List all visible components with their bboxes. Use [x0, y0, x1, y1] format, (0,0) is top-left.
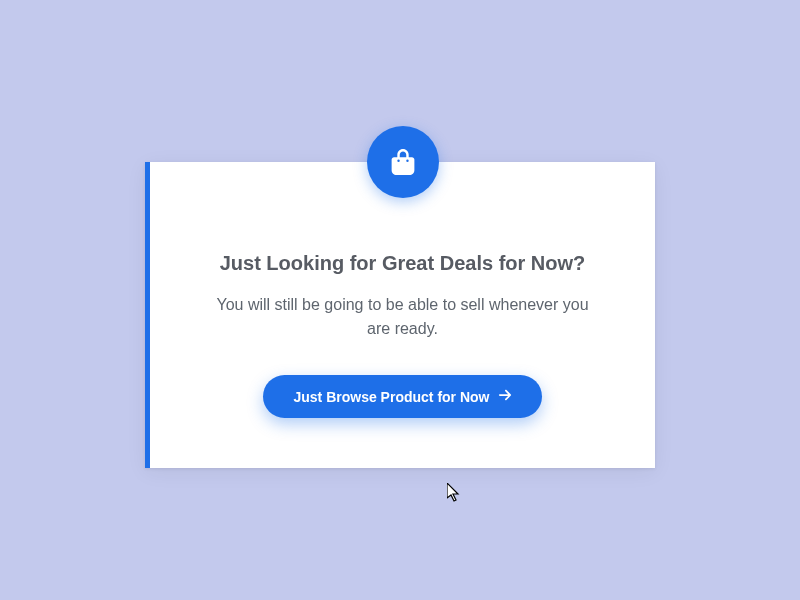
mouse-cursor	[447, 483, 463, 503]
card-subtext: You will still be going to be able to se…	[190, 293, 615, 341]
browse-products-button[interactable]: Just Browse Product for Now	[263, 375, 541, 418]
shopping-bag-icon	[367, 126, 439, 198]
arrow-right-icon	[498, 388, 512, 405]
browse-button-label: Just Browse Product for Now	[293, 389, 489, 405]
deals-card: Just Looking for Great Deals for Now? Yo…	[145, 162, 655, 468]
card-heading: Just Looking for Great Deals for Now?	[190, 252, 615, 275]
